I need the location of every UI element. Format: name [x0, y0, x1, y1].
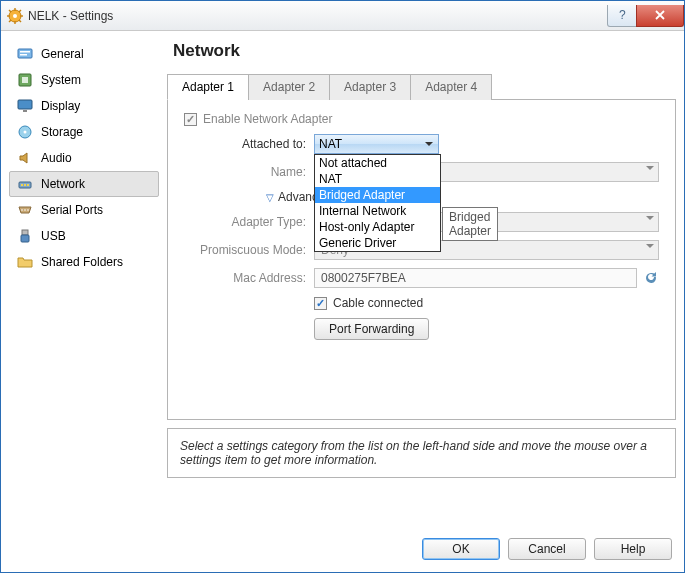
svg-rect-23	[27, 184, 29, 186]
dialog-buttons: OK Cancel Help	[9, 526, 676, 564]
sidebar-item-display[interactable]: Display	[9, 93, 159, 119]
cable-connected-label: Cable connected	[333, 296, 423, 310]
sidebar: General System Display Storage Audio	[9, 39, 159, 526]
sidebar-item-label: System	[41, 73, 81, 87]
dropdown-item-not-attached[interactable]: Not attached	[315, 155, 440, 171]
tab-adapter-2[interactable]: Adapter 2	[248, 74, 330, 100]
serial-ports-icon	[17, 202, 33, 218]
close-window-button[interactable]	[636, 5, 684, 27]
svg-line-8	[19, 10, 21, 12]
audio-icon	[17, 150, 33, 166]
dropdown-item-bridged-adapter[interactable]: Bridged Adapter	[315, 187, 440, 203]
help-window-button[interactable]: ?	[607, 5, 637, 27]
adapter-type-label: Adapter Type:	[184, 215, 314, 229]
sidebar-item-label: Storage	[41, 125, 83, 139]
usb-icon	[17, 228, 33, 244]
chevron-down-icon	[646, 244, 654, 252]
svg-rect-17	[23, 110, 27, 112]
system-icon	[17, 72, 33, 88]
sidebar-item-usb[interactable]: USB	[9, 223, 159, 249]
client-area: General System Display Storage Audio	[1, 31, 684, 572]
enable-network-adapter-checkbox[interactable]	[184, 113, 197, 126]
sidebar-item-label: General	[41, 47, 84, 61]
settings-window: NELK - Settings ? General System Display	[0, 0, 685, 573]
window-title: NELK - Settings	[28, 9, 608, 23]
mac-address-label: Mac Address:	[184, 271, 314, 285]
sidebar-item-network[interactable]: Network	[9, 171, 159, 197]
help-button[interactable]: Help	[594, 538, 672, 560]
window-buttons: ?	[608, 5, 684, 27]
chevron-down-icon	[421, 137, 436, 151]
dropdown-item-internal-network[interactable]: Internal Network	[315, 203, 440, 219]
svg-rect-13	[20, 54, 27, 56]
svg-rect-16	[18, 100, 32, 109]
sidebar-item-label: USB	[41, 229, 66, 243]
port-forwarding-button[interactable]: Port Forwarding	[314, 318, 429, 340]
sidebar-item-shared-folders[interactable]: Shared Folders	[9, 249, 159, 275]
chevron-down-icon	[646, 166, 654, 174]
adapter-panel: Enable Network Adapter Attached to: NAT …	[167, 100, 676, 420]
svg-line-6	[9, 10, 11, 12]
general-icon	[17, 46, 33, 62]
attached-to-value: NAT	[319, 137, 342, 151]
svg-point-25	[24, 209, 26, 211]
sidebar-item-storage[interactable]: Storage	[9, 119, 159, 145]
attached-to-combo[interactable]: NAT Not attached NAT Bridged Adapter Int…	[314, 134, 439, 154]
cancel-button[interactable]: Cancel	[508, 538, 586, 560]
mac-address-field[interactable]: 0800275F7BEA	[314, 268, 637, 288]
network-icon	[17, 176, 33, 192]
attached-to-dropdown: Not attached NAT Bridged Adapter Interna…	[314, 154, 441, 252]
dropdown-item-nat[interactable]: NAT	[315, 171, 440, 187]
chevron-down-icon	[646, 216, 654, 224]
svg-point-24	[21, 209, 23, 211]
svg-rect-15	[22, 77, 28, 83]
svg-rect-28	[21, 235, 29, 242]
page-title: Network	[173, 41, 676, 61]
adapter-tabs: Adapter 1 Adapter 2 Adapter 3 Adapter 4	[167, 73, 676, 100]
promiscuous-mode-label: Promiscuous Mode:	[184, 243, 314, 257]
name-label: Name:	[184, 165, 314, 179]
titlebar[interactable]: NELK - Settings ?	[1, 1, 684, 31]
svg-rect-27	[22, 230, 28, 235]
svg-point-26	[27, 209, 29, 211]
sidebar-item-general[interactable]: General	[9, 41, 159, 67]
enable-network-adapter-label: Enable Network Adapter	[203, 112, 332, 126]
dropdown-item-generic-driver[interactable]: Generic Driver	[315, 235, 440, 251]
shared-folders-icon	[17, 254, 33, 270]
refresh-mac-icon[interactable]	[643, 270, 659, 286]
sidebar-item-serial-ports[interactable]: Serial Ports	[9, 197, 159, 223]
storage-icon	[17, 124, 33, 140]
sidebar-item-label: Display	[41, 99, 80, 113]
tab-adapter-4[interactable]: Adapter 4	[410, 74, 492, 100]
display-icon	[17, 98, 33, 114]
tab-adapter-1[interactable]: Adapter 1	[167, 74, 249, 100]
sidebar-item-system[interactable]: System	[9, 67, 159, 93]
svg-rect-21	[21, 184, 23, 186]
attached-to-label: Attached to:	[184, 137, 314, 151]
attached-to-tooltip: Bridged Adapter	[442, 207, 498, 241]
svg-point-1	[13, 14, 17, 18]
svg-rect-11	[18, 49, 32, 58]
dropdown-item-host-only-adapter[interactable]: Host-only Adapter	[315, 219, 440, 235]
hint-text: Select a settings category from the list…	[180, 439, 647, 467]
svg-rect-22	[24, 184, 26, 186]
cable-connected-checkbox[interactable]	[314, 297, 327, 310]
svg-rect-12	[20, 51, 30, 53]
svg-line-7	[19, 20, 21, 22]
sidebar-item-label: Shared Folders	[41, 255, 123, 269]
sidebar-item-label: Audio	[41, 151, 72, 165]
sidebar-item-label: Serial Ports	[41, 203, 103, 217]
hint-box: Select a settings category from the list…	[167, 428, 676, 478]
tab-adapter-3[interactable]: Adapter 3	[329, 74, 411, 100]
ok-button[interactable]: OK	[422, 538, 500, 560]
app-gear-icon	[7, 8, 23, 24]
content-pane: Network Adapter 1 Adapter 2 Adapter 3 Ad…	[167, 39, 676, 526]
sidebar-item-label: Network	[41, 177, 85, 191]
svg-line-9	[9, 20, 11, 22]
svg-text:?: ?	[619, 10, 626, 20]
svg-point-19	[24, 131, 27, 134]
advanced-expand-icon[interactable]: ▽	[266, 192, 274, 203]
sidebar-item-audio[interactable]: Audio	[9, 145, 159, 171]
